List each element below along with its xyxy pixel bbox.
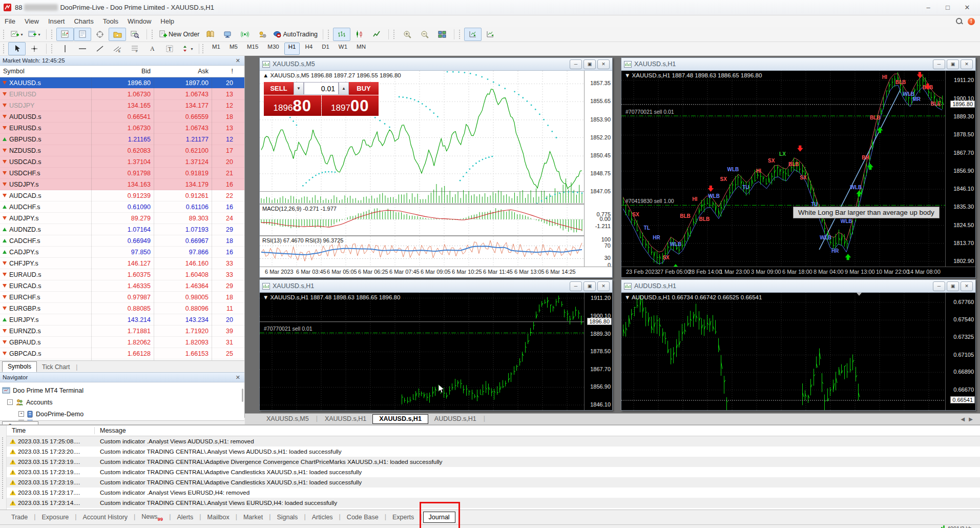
autotrading-button[interactable]: AutoTrading — [271, 28, 320, 41]
lot-increase-button[interactable]: ▲ — [339, 82, 349, 95]
market-watch-row-eurcad.s[interactable]: EURCAD.s1.463351.4636429 — [0, 280, 244, 292]
chart-tab-3[interactable]: AUDUSD.s,H1 — [428, 415, 483, 423]
market-watch-tab-symbols[interactable]: Symbols — [2, 361, 37, 372]
dropdown-icon[interactable]: ▾ — [191, 47, 193, 51]
arrows-button[interactable]: ▾ — [178, 42, 196, 55]
timeframe-h1[interactable]: H1 — [284, 43, 300, 55]
market-watch-row-cadchf.s[interactable]: CADCHF.s0.669490.6696718 — [0, 235, 244, 247]
navigator-item-accounts[interactable]: -Accounts — [2, 396, 244, 408]
menu-window[interactable]: Window — [123, 16, 156, 26]
chart-tab-2[interactable]: XAUUSD.s,H1 — [372, 414, 428, 424]
market-watch-button[interactable] — [56, 28, 74, 41]
journal-row[interactable]: 2023.03.15 17:23:19....Custom indicator … — [7, 477, 980, 488]
market-watch-row-chfjpy.s[interactable]: CHFJPY.s146.127146.16033 — [0, 258, 244, 269]
navigator-item-terminal[interactable]: Doo Prime MT4 Terminal — [2, 384, 244, 396]
journal-row[interactable]: 2023.03.15 17:23:17....Custom indicator … — [7, 488, 980, 498]
dropdown-icon[interactable]: ▾ — [20, 32, 23, 37]
terminal-tab-code-base[interactable]: Code Base — [342, 512, 384, 522]
new-order-button[interactable]: New Order — [157, 28, 201, 41]
time-axis[interactable]: 6 Mar 20236 Mar 03:456 Mar 05:056 Mar 06… — [260, 267, 612, 277]
market-watch-row-usdchf.s[interactable]: USDCHF.s0.917980.9181921 — [0, 168, 244, 179]
tab-scroll-right-icon[interactable]: ▶ — [969, 416, 973, 422]
terminal-tab-exposure[interactable]: Exposure — [36, 512, 74, 522]
market-watch-close-icon[interactable]: ✕ — [234, 57, 242, 64]
terminal-grip[interactable] — [0, 425, 7, 511]
menu-view[interactable]: View — [20, 16, 44, 26]
market-watch-row-audjpy.s[interactable]: AUDJPY.s89.27989.30324 — [0, 213, 244, 224]
chart-close-button[interactable]: ✕ — [961, 281, 973, 291]
price-axis[interactable]: 1911.201900.101889.301878.501867.701856.… — [584, 293, 612, 410]
market-watch-row-audcad.s[interactable]: AUDCAD.s0.912390.9126122 — [0, 190, 244, 201]
journal-row[interactable]: 2023.03.15 17:23:14....Custom indicator … — [7, 498, 980, 508]
tile-windows-button[interactable] — [433, 28, 451, 41]
profiles-button[interactable]: ▾ — [26, 28, 43, 41]
market-watch-row-gbpaud.s[interactable]: GBPAUD.s1.820621.8209331 — [0, 337, 244, 348]
chart-close-button[interactable]: ✕ — [597, 281, 610, 291]
new-chart-button[interactable]: ▾ — [8, 28, 26, 41]
tab-scroll-left-icon[interactable]: ◀ — [961, 416, 965, 422]
journal-row[interactable]: 2023.03.15 17:23:20....Custom indicator … — [7, 446, 980, 457]
chart-minimize-button[interactable]: ─ — [570, 59, 582, 69]
timeframe-d1[interactable]: D1 — [318, 43, 333, 55]
chart-restore-button[interactable]: ▣ — [947, 281, 959, 291]
sell-price[interactable]: 189680 — [264, 95, 321, 116]
price-axis[interactable]: 0.677600.675400.673250.671050.668900.666… — [945, 293, 975, 410]
timeframe-m30[interactable]: M30 — [263, 43, 283, 55]
market-watch-row-nzdusd.s[interactable]: NZDUSD.s0.620830.6210017 — [0, 145, 244, 156]
terminal-tab-trade[interactable]: Trade — [6, 512, 33, 522]
chart-tab-1[interactable]: XAUUSD.s,H1 — [319, 415, 372, 423]
search-icon[interactable] — [956, 18, 963, 25]
bar-chart-button[interactable] — [333, 28, 350, 41]
options-button[interactable] — [254, 28, 271, 41]
metaeditor-button[interactable] — [201, 28, 219, 41]
market-watch-row-eurgbp.s[interactable]: EURGBP.s0.880850.8809611 — [0, 303, 244, 314]
terminal-tab-mailbox[interactable]: Mailbox — [202, 512, 235, 522]
data-window-button[interactable] — [74, 28, 91, 41]
navigator-button[interactable] — [91, 28, 109, 41]
market-watch-row-audusd.s[interactable]: AUDUSD.s0.665410.6655918 — [0, 111, 244, 123]
text-label-button[interactable]: T — [161, 42, 178, 55]
market-watch-row-usdjpy[interactable]: USDJPY134.165134.17712 — [0, 100, 244, 111]
market-watch-row-eurusd.s[interactable]: EURUSD.s1.067301.0674313 — [0, 123, 244, 134]
menu-charts[interactable]: Charts — [69, 16, 98, 26]
fibonacci-button[interactable]: F — [126, 42, 143, 55]
timeframe-h4[interactable]: H4 — [301, 43, 317, 55]
market-watch-row-xauusd.s[interactable]: XAUUSD.s1896.801897.0020 — [0, 77, 244, 89]
chart-tab-0[interactable]: XAUUSD.s,M5 — [260, 415, 315, 423]
market-watch-row-audchf.s[interactable]: AUDCHF.s0.610900.6110616 — [0, 201, 244, 213]
chart-window-xauusd-m5[interactable]: XAUUSD.s,M5─▣✕▲ XAUUSD.s,M5 1896.88 1897… — [259, 57, 613, 278]
signals-service-button[interactable] — [236, 28, 254, 41]
menu-file[interactable]: File — [0, 16, 20, 26]
market-watch-row-eurchf.s[interactable]: EURCHF.s0.979870.9800518 — [0, 292, 244, 303]
text-button[interactable]: A — [143, 42, 161, 55]
price-axis[interactable]: 1911.201900.101889.301878.501867.701856.… — [945, 71, 975, 277]
chart-restore-button[interactable]: ▣ — [583, 59, 596, 69]
zoom-out-button[interactable] — [416, 28, 433, 41]
market-watch-row-eurusd[interactable]: EURUSD1.067301.0674313 — [0, 89, 244, 100]
market-watch-row-eurjpy.s[interactable]: EURJPY.s143.214143.23420 — [0, 314, 244, 326]
close-button[interactable]: ✕ — [957, 2, 977, 14]
cursor-button[interactable] — [8, 42, 26, 55]
candlestick-chart-button[interactable] — [350, 28, 368, 41]
timeframe-mn[interactable]: MN — [352, 43, 370, 55]
market-watch-row-gbpcad.s[interactable]: GBPCAD.s1.661281.6615325 — [0, 348, 244, 359]
zoom-in-button[interactable] — [399, 28, 416, 41]
market-watch-row-gbpusd.s[interactable]: GBPUSD.s1.211651.2117712 — [0, 134, 244, 145]
trendline-button[interactable] — [91, 42, 109, 55]
terminal-tab-alerts[interactable]: Alerts — [172, 512, 198, 522]
timeframe-m5[interactable]: M5 — [225, 43, 242, 55]
equidistant-channel-button[interactable]: E — [109, 42, 126, 55]
timeframe-m1[interactable]: M1 — [208, 43, 224, 55]
terminal-tab-experts[interactable]: Experts — [387, 512, 419, 522]
tree-expander-icon[interactable]: - — [7, 399, 13, 405]
buy-button[interactable]: BUY — [349, 82, 379, 95]
sell-button[interactable]: SELL — [264, 82, 294, 95]
market-watch-tab-tick-chart[interactable]: Tick Chart — [37, 362, 75, 372]
lot-size-input[interactable]: 0.01 — [304, 82, 339, 95]
time-axis[interactable]: 23 Feb 202327 Feb 05:0028 Feb 14:001 Mar… — [621, 267, 975, 277]
strategy-tester-button[interactable] — [126, 28, 143, 41]
market-watch-row-usdjpy.s[interactable]: USDJPY.s134.163134.17916 — [0, 179, 244, 190]
terminal-tab-articles[interactable]: Articles — [307, 512, 338, 522]
terminal-button[interactable] — [109, 28, 126, 41]
vertical-line-button[interactable] — [56, 42, 74, 55]
